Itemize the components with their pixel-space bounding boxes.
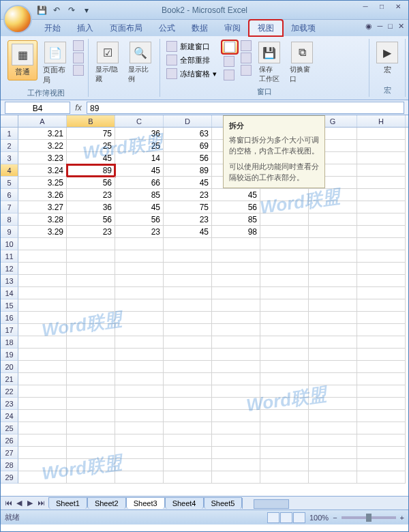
cell[interactable] — [212, 336, 260, 349]
cell[interactable] — [309, 324, 357, 336]
row-header[interactable]: 16 — [1, 312, 18, 324]
save-icon[interactable]: 💾 — [36, 5, 47, 16]
cell[interactable] — [67, 385, 115, 398]
cell[interactable] — [357, 201, 406, 213]
row-header[interactable]: 6 — [1, 189, 18, 201]
switch-windows-button[interactable]: ⧉ 切换窗口 — [287, 40, 317, 85]
cell[interactable]: 85 — [115, 189, 164, 201]
row-header[interactable]: 10 — [1, 238, 18, 250]
cell[interactable] — [357, 152, 406, 164]
row-header[interactable]: 25 — [1, 422, 18, 434]
arrange-all-button[interactable]: 全部重排 — [164, 54, 219, 66]
row-header[interactable]: 12 — [1, 263, 18, 275]
cell[interactable] — [357, 128, 406, 140]
row-header[interactable]: 11 — [1, 250, 18, 263]
cell[interactable] — [67, 250, 115, 263]
cell[interactable] — [309, 201, 357, 213]
cell[interactable] — [164, 336, 212, 349]
row-header[interactable]: 20 — [1, 361, 18, 373]
cell[interactable] — [212, 434, 260, 447]
cell[interactable] — [309, 250, 357, 263]
cell[interactable]: 23 — [67, 226, 115, 238]
cell[interactable] — [18, 447, 67, 459]
cell[interactable] — [260, 213, 309, 226]
cell[interactable] — [212, 447, 260, 459]
cell[interactable] — [18, 299, 67, 312]
cell[interactable] — [115, 471, 164, 484]
save-workspace-button[interactable]: 💾 保存 工作区 — [254, 40, 284, 85]
cell[interactable] — [115, 275, 164, 287]
reset-pos-icon[interactable] — [241, 65, 252, 76]
cell[interactable] — [212, 275, 260, 287]
cell[interactable] — [260, 385, 309, 398]
cell[interactable] — [309, 385, 357, 398]
cell[interactable] — [164, 299, 212, 312]
cell[interactable] — [309, 226, 357, 238]
cell[interactable] — [260, 250, 309, 263]
cell[interactable]: 89 — [67, 164, 115, 177]
cell[interactable] — [309, 459, 357, 471]
row-header[interactable]: 7 — [1, 201, 18, 213]
cell[interactable]: 45 — [164, 177, 212, 189]
cell[interactable] — [212, 459, 260, 471]
cell[interactable] — [260, 459, 309, 471]
cell[interactable] — [18, 287, 67, 299]
cell[interactable] — [164, 434, 212, 447]
cell[interactable] — [115, 324, 164, 336]
cell[interactable] — [164, 398, 212, 410]
cell[interactable] — [260, 299, 309, 312]
cell[interactable]: 3.22 — [18, 140, 67, 152]
cell[interactable] — [18, 336, 67, 349]
cell[interactable] — [357, 434, 406, 447]
cell[interactable] — [18, 422, 67, 434]
tab-home[interactable]: 开始 — [36, 20, 69, 36]
cell[interactable] — [357, 140, 406, 152]
tab-insert[interactable]: 插入 — [69, 20, 102, 36]
sheet-nav-last-icon[interactable]: ⏭ — [36, 499, 46, 507]
cell[interactable] — [164, 447, 212, 459]
normal-view-button[interactable]: ▦ 普通 — [7, 40, 37, 80]
cell[interactable] — [18, 385, 67, 398]
cell[interactable] — [260, 398, 309, 410]
cell[interactable] — [260, 471, 309, 484]
cell[interactable]: 3.28 — [18, 213, 67, 226]
cell[interactable] — [212, 349, 260, 361]
cell[interactable] — [260, 226, 309, 238]
office-button[interactable] — [3, 5, 32, 33]
cell[interactable] — [212, 238, 260, 250]
cell[interactable] — [67, 324, 115, 336]
cell[interactable] — [115, 299, 164, 312]
cell[interactable]: 56 — [164, 152, 212, 164]
cell[interactable] — [115, 250, 164, 263]
help-icon[interactable]: ◉ — [365, 22, 372, 31]
cell[interactable] — [115, 459, 164, 471]
zoom-button[interactable]: 🔍 显示比例 — [125, 40, 155, 85]
select-all-corner[interactable] — [1, 115, 18, 127]
cell[interactable] — [309, 263, 357, 275]
cell[interactable]: 3.24 — [18, 164, 67, 177]
cell[interactable]: 23 — [67, 189, 115, 201]
cell[interactable] — [357, 213, 406, 226]
cell[interactable] — [212, 471, 260, 484]
cell[interactable] — [309, 398, 357, 410]
cell[interactable] — [115, 263, 164, 275]
col-header[interactable]: A — [18, 115, 67, 127]
cell[interactable] — [212, 263, 260, 275]
show-hide-button[interactable]: ☑ 显示/隐藏 — [93, 40, 123, 85]
cell[interactable] — [67, 312, 115, 324]
col-header[interactable]: C — [115, 115, 164, 127]
cell[interactable] — [309, 312, 357, 324]
cell[interactable] — [260, 275, 309, 287]
zoom-slider[interactable] — [342, 516, 396, 519]
cell[interactable]: 89 — [164, 164, 212, 177]
cell[interactable] — [212, 299, 260, 312]
tab-view[interactable]: 视图 — [249, 20, 283, 36]
zoom-level[interactable]: 100% — [309, 514, 329, 522]
cell[interactable] — [164, 349, 212, 361]
doc-minimize-button[interactable]: ─ — [378, 22, 383, 31]
cell[interactable] — [357, 226, 406, 238]
row-header[interactable]: 3 — [1, 152, 18, 164]
row-header[interactable]: 18 — [1, 336, 18, 349]
row-header[interactable]: 14 — [1, 287, 18, 299]
view-layout-button[interactable] — [280, 512, 292, 523]
